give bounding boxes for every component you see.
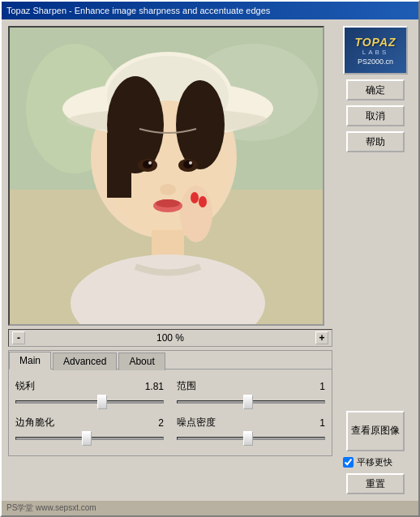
confirm-button[interactable]: 确定: [346, 79, 405, 100]
tab-advanced[interactable]: Advanced: [53, 352, 117, 370]
help-button[interactable]: 帮助: [346, 131, 405, 152]
zoom-level: 100 %: [25, 332, 315, 344]
param-noise-density-label: 噪点密度: [177, 416, 216, 429]
logo-labs: LABS: [362, 49, 388, 56]
reset-button[interactable]: 重置: [346, 473, 405, 494]
svg-point-23: [189, 161, 192, 164]
title-bar: Topaz Sharpen - Enhance image sharpness …: [2, 2, 418, 19]
tab-main[interactable]: Main: [9, 352, 51, 370]
param-range-slider[interactable]: [177, 395, 325, 409]
svg-point-24: [160, 184, 176, 195]
param-range: 范围 1: [177, 379, 325, 409]
window-title: Topaz Sharpen - Enhance image sharpness …: [6, 6, 270, 15]
zoom-minus-button[interactable]: -: [12, 331, 25, 344]
watermark-text: PS学堂 www.sepsxt.com: [6, 502, 96, 514]
tabs-header: Main Advanced About: [9, 351, 332, 370]
tabs-panel: Main Advanced About 锐利 1.81: [8, 350, 332, 456]
smooth-faster-row: 平移更快: [343, 456, 408, 468]
zoom-bar: - 100 % +: [8, 329, 332, 347]
param-noise-density-slider[interactable]: [177, 431, 325, 446]
right-panel: TOPAZ LABS PS2000.cn 确定 取消 帮助 查看原图像 平移更快…: [339, 26, 412, 494]
smooth-faster-checkbox[interactable]: [343, 457, 354, 468]
view-original-button[interactable]: 查看原图像: [346, 411, 405, 451]
logo-ps2000: PS2000.cn: [358, 58, 393, 66]
param-range-label: 范围: [177, 379, 196, 393]
svg-point-26: [156, 199, 180, 207]
param-edge-crispness-value: 2: [158, 417, 164, 429]
param-sharpen-slider[interactable]: [15, 395, 164, 409]
svg-point-16: [191, 192, 199, 203]
preview-section: - 100 % + Main Advanced About 锐利: [8, 26, 332, 494]
param-noise-density: 噪点密度 1: [177, 416, 325, 446]
param-sharpen-value: 1.81: [145, 381, 164, 392]
tabs-content: 锐利 1.81 范围: [9, 370, 332, 455]
logo-topaz: TOPAZ: [354, 36, 396, 49]
param-range-value: 1: [319, 381, 325, 392]
svg-point-17: [199, 196, 207, 207]
tab-about[interactable]: About: [118, 352, 165, 370]
param-noise-density-value: 1: [319, 417, 325, 429]
params-container: 锐利 1.81 范围: [15, 376, 325, 449]
cancel-button[interactable]: 取消: [346, 105, 405, 126]
param-edge-crispness-label: 边角脆化: [15, 416, 54, 429]
param-sharpen-label: 锐利: [15, 379, 35, 393]
param-edge-crispness: 边角脆化 2: [15, 416, 164, 446]
smooth-faster-label: 平移更快: [357, 456, 392, 468]
param-edge-crispness-slider[interactable]: [15, 431, 164, 446]
preview-image: [10, 28, 323, 324]
watermark-bar: PS学堂 www.sepsxt.com: [2, 501, 418, 515]
svg-rect-12: [107, 133, 131, 198]
zoom-plus-button[interactable]: +: [315, 331, 328, 344]
param-sharpen: 锐利 1.81: [15, 379, 164, 409]
logo-area: TOPAZ LABS PS2000.cn: [343, 26, 408, 75]
image-preview: [8, 26, 324, 326]
main-window: Topaz Sharpen - Enhance image sharpness …: [0, 0, 420, 517]
svg-point-11: [176, 80, 225, 169]
svg-point-22: [148, 161, 152, 164]
